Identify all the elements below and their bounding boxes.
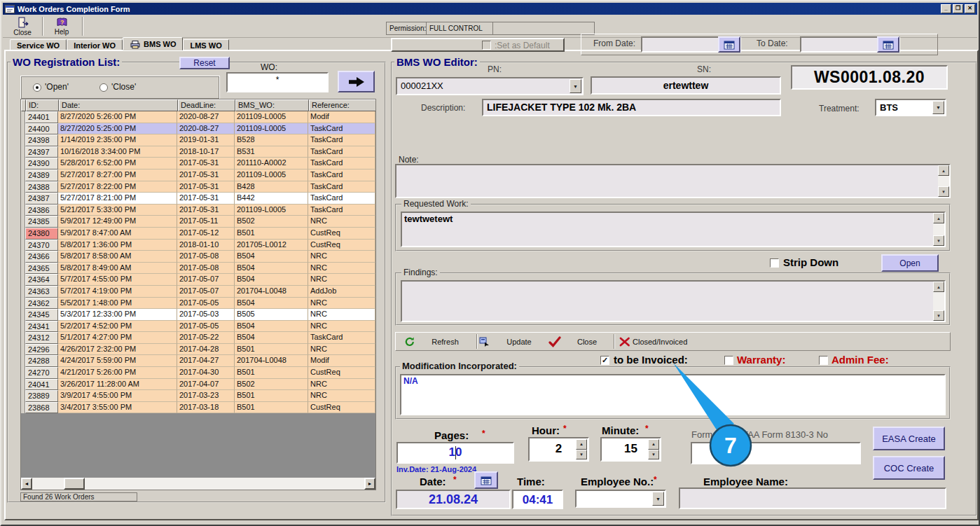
requested-work-scrollbar[interactable]: ▲▼ <box>933 213 944 246</box>
spinner-up-icon[interactable]: ▲ <box>576 439 587 450</box>
employee-no-combobox[interactable]: ▼ <box>575 490 666 508</box>
to-be-invoiced-checkbox[interactable]: ✓ <box>600 356 609 365</box>
table-row[interactable]: 238893/9/2017 4:55:00 PM2017-03-23B501NR… <box>21 390 375 402</box>
table-cell: B501 <box>235 402 308 414</box>
hour-spinner[interactable]: 2 ▲▼ <box>528 437 589 462</box>
open-button[interactable]: Open <box>881 254 939 272</box>
hour-label: Hour: <box>532 424 560 436</box>
go-search-button[interactable] <box>338 71 375 92</box>
scroll-left-arrow-icon[interactable]: ◄ <box>21 478 32 490</box>
chevron-down-icon[interactable]: ▼ <box>652 492 664 506</box>
column-header-bms-wo[interactable]: BMS_WO: <box>235 99 309 111</box>
table-row[interactable]: 243865/21/2017 5:33:00 PM2017-05-3120110… <box>21 205 375 216</box>
easa-create-button[interactable]: EASA Create <box>873 427 945 450</box>
employee-name-field[interactable] <box>679 487 946 509</box>
from-date-calendar-button[interactable] <box>718 36 740 53</box>
date-field[interactable]: 21.08.24 <box>396 490 511 509</box>
date-calendar-button[interactable] <box>474 471 498 489</box>
spinner-down-icon[interactable]: ▼ <box>648 450 659 460</box>
table-row[interactable]: 242964/26/2017 2:32:00 PM2017-04-28B501N… <box>21 344 375 356</box>
table-row[interactable]: 243645/7/2017 4:55:00 PM2017-05-07B504NR… <box>21 274 375 286</box>
table-row[interactable]: 243981/14/2019 2:35:00 PM2019-01-31B528T… <box>21 134 375 146</box>
treatment-combobox[interactable]: BTS ▼ <box>875 99 946 116</box>
update-action[interactable]: Update <box>490 338 548 346</box>
table-row[interactable]: 243625/5/2017 1:48:00 PM2017-05-05B504NR… <box>21 298 375 310</box>
reset-button[interactable]: Reset <box>179 57 230 69</box>
table-row[interactable]: 244008/27/2020 5:25:00 PM2020-08-2720110… <box>21 123 375 135</box>
table-row[interactable]: 2439710/16/2018 3:34:00 PM2018-10-17B531… <box>21 146 375 158</box>
admin-fee-checkbox[interactable]: ✓ <box>819 356 828 365</box>
table-row[interactable]: 243805/9/2017 8:47:00 AM2017-05-12B501Cu… <box>21 228 375 240</box>
column-header-reference[interactable]: Reference: <box>309 99 376 111</box>
horizontal-scrollbar[interactable]: ◄ ► <box>21 478 375 490</box>
coc-create-button[interactable]: COC Create <box>873 456 945 480</box>
update-icon <box>479 337 490 347</box>
spinner-up-icon[interactable]: ▲ <box>648 439 659 450</box>
to-date-calendar-button[interactable] <box>877 36 899 53</box>
close-button[interactable]: Close <box>6 16 39 36</box>
table-row[interactable]: 243895/27/2017 8:27:00 PM2017-05-3120110… <box>21 169 375 181</box>
pages-input[interactable]: 10 <box>396 442 514 464</box>
table-cell: NRC <box>308 251 375 263</box>
scroll-right-arrow-icon[interactable]: ► <box>364 478 375 490</box>
permission-value: FULL CONTROL <box>426 22 493 35</box>
modification-textbox[interactable]: N/A <box>400 374 946 415</box>
pn-combobox[interactable]: 000021XX ▼ <box>396 77 584 95</box>
restore-button[interactable]: ❐ <box>953 4 963 13</box>
scrollbar-thumb[interactable] <box>64 478 85 490</box>
close-action[interactable]: Close <box>562 338 612 346</box>
table-row[interactable]: 243905/28/2017 6:52:00 PM2017-05-3120111… <box>21 158 375 169</box>
table-row[interactable]: 238683/4/2017 3:55:00 PM2017-03-18B501Cu… <box>21 402 375 414</box>
minute-spinner[interactable]: 15 ▲▼ <box>600 437 661 462</box>
table-cell: 5/9/2017 12:49:00 PM <box>58 216 177 228</box>
wo-search-input[interactable]: * <box>226 72 329 92</box>
table-row[interactable]: 240413/26/2017 11:28:00 AM2017-04-07B502… <box>21 379 375 391</box>
table-cell: 2020-08-27 <box>177 123 235 135</box>
minimize-button[interactable]: _ <box>941 4 951 13</box>
table-row[interactable]: 243635/7/2017 4:19:00 PM2017-05-07201704… <box>21 286 375 298</box>
table-row[interactable]: 243705/8/2017 1:36:00 PM2018-01-10201705… <box>21 240 375 251</box>
form-number-input[interactable] <box>691 442 861 464</box>
findings-textbox[interactable]: ▲▼ <box>401 280 946 322</box>
table-row[interactable]: 243455/3/2017 12:33:00 PM2017-05-03B505N… <box>21 309 375 321</box>
time-label: Time: <box>517 476 545 487</box>
table-row[interactable]: 244018/27/2020 5:26:00 PM2020-08-2720110… <box>21 111 375 123</box>
findings-scrollbar[interactable]: ▲▼ <box>933 282 944 321</box>
tab-lms-wo[interactable]: LMS WO <box>183 39 228 50</box>
tab-service-wo[interactable]: Service WO <box>10 39 67 50</box>
radio-close[interactable] <box>99 83 108 92</box>
sn-field[interactable]: ertewttew <box>591 76 781 95</box>
table-row[interactable]: 243885/27/2017 8:22:00 PM2017-05-31B428T… <box>21 181 375 193</box>
table-row[interactable]: 243415/2/2017 4:52:00 PM2017-05-05B504NR… <box>21 321 375 333</box>
column-header-date[interactable]: Date: <box>59 99 178 111</box>
note-scrollbar[interactable]: ▲▼ <box>938 165 949 197</box>
help-button[interactable]: ? Help <box>45 16 78 36</box>
table-row[interactable]: 242884/24/2017 5:59:00 PM2017-04-2720170… <box>21 355 375 367</box>
refresh-icon <box>404 337 415 347</box>
table-row[interactable]: 243655/8/2017 8:49:00 AM2017-05-08B504NR… <box>21 263 375 275</box>
set-as-default-checkbox[interactable]: ✓ <box>482 41 491 50</box>
table-row[interactable]: 243665/8/2017 8:58:00 AM2017-05-08B504NR… <box>21 251 375 263</box>
column-header-deadline[interactable]: DeadLine: <box>178 99 235 111</box>
table-row[interactable]: 243875/27/2017 8:21:00 PM2017-05-31B442T… <box>21 193 375 205</box>
table-cell: 2017-05-31 <box>177 205 235 216</box>
note-textbox[interactable]: ▲▼ <box>395 164 951 198</box>
requested-work-textbox[interactable]: tewtwetewt ▲▼ <box>401 212 946 247</box>
warranty-checkbox[interactable]: ✓ <box>724 356 733 365</box>
strip-down-checkbox[interactable]: ✓ <box>770 258 779 268</box>
radio-open[interactable] <box>33 83 41 92</box>
table-row[interactable]: 243125/1/2017 4:27:00 PM2017-05-22B504Ta… <box>21 332 375 344</box>
spinner-down-icon[interactable]: ▼ <box>576 450 587 460</box>
closed-invoiced-action[interactable]: Closed/Invoiced <box>633 338 687 346</box>
description-field[interactable]: LIFEJACKET TYPE 102 Mk. 2BA <box>482 99 781 116</box>
tab-interior-wo[interactable]: Interior WO <box>67 39 123 50</box>
chevron-down-icon[interactable]: ▼ <box>932 101 944 114</box>
chevron-down-icon[interactable]: ▼ <box>570 79 581 93</box>
refresh-action[interactable]: Refresh <box>415 338 475 346</box>
time-field[interactable]: 04:41 <box>512 490 563 509</box>
table-row[interactable]: 242704/21/2017 5:26:00 PM2017-04-30B501C… <box>21 367 375 379</box>
close-window-button[interactable]: ✕ <box>965 4 975 13</box>
table-row[interactable]: 243855/9/2017 12:49:00 PM2017-05-11B502N… <box>21 216 375 228</box>
tab-bms-wo[interactable]: BMS WO <box>123 37 183 50</box>
column-header-id[interactable]: ID: <box>26 99 59 111</box>
